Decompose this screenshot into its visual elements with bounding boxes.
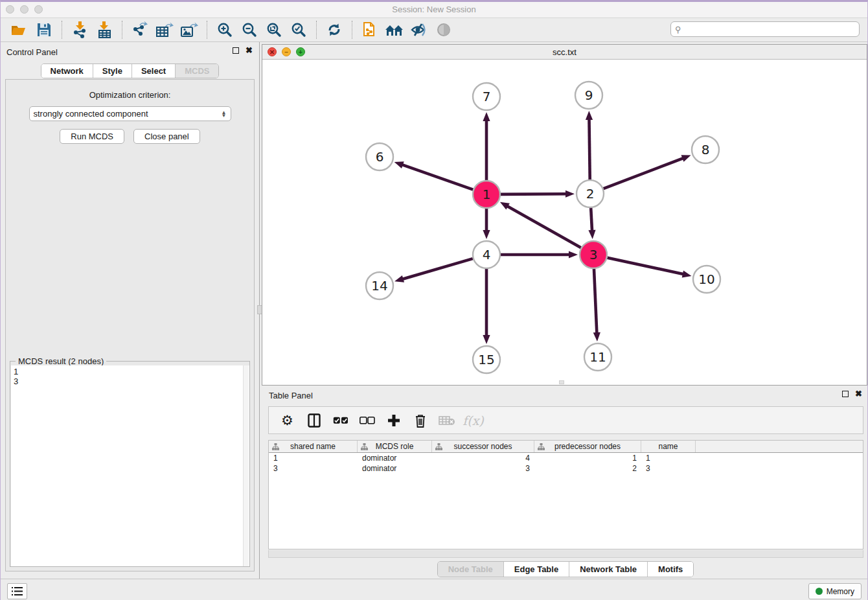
column-header-successor-nodes[interactable]: successor nodes (432, 441, 534, 452)
edge-arrowhead (682, 270, 692, 277)
main-toolbar: ⚲ (1, 18, 867, 42)
network-view-window: ✕ – + scc.txt 7968124314101511 (262, 44, 867, 386)
edge-arrowhead (483, 335, 490, 344)
graph-edge-1-2[interactable] (501, 194, 567, 194)
mcds-panel: Optimization criterion: strongly connect… (5, 79, 255, 571)
cell-successor-nodes[interactable]: 3 (432, 463, 534, 474)
network-window-title: scc.txt (262, 47, 867, 57)
export-network-icon[interactable] (128, 20, 152, 40)
first-neighbors-icon[interactable] (382, 20, 407, 40)
canvas-resize-grip[interactable] (559, 380, 564, 384)
graph-edge-3-11[interactable] (594, 269, 597, 334)
graph-edge-3-1[interactable] (507, 206, 580, 248)
graph-node-label: 1 (483, 187, 491, 202)
float-table-panel-icon[interactable] (842, 391, 849, 397)
graph-edge-4-14[interactable] (402, 259, 473, 279)
result-scrollbar[interactable] (243, 365, 249, 566)
gear-icon[interactable]: ⚙ (275, 410, 299, 431)
title-bar: Session: New Session (1, 2, 867, 18)
edge-arrowhead (565, 190, 575, 198)
cell-name[interactable]: 1 (641, 453, 696, 463)
graph-edge-1-6[interactable] (402, 165, 473, 190)
delete-column-icon[interactable] (408, 410, 432, 431)
cell-predecessor-nodes[interactable]: 2 (534, 463, 641, 474)
memory-label: Memory (827, 587, 854, 596)
export-table-icon[interactable] (152, 20, 177, 40)
network-window-titlebar[interactable]: ✕ – + scc.txt (262, 45, 867, 60)
edge-arrowhead (500, 202, 510, 210)
edge-arrowhead (588, 230, 595, 239)
edge-arrowhead (394, 161, 404, 168)
criterion-select[interactable]: strongly connected component ▲▼ (29, 106, 231, 121)
column-header-predecessor-nodes[interactable]: predecessor nodes (534, 441, 641, 452)
tab-network-table[interactable]: Network Table (569, 562, 648, 577)
task-history-button[interactable] (7, 583, 27, 599)
table-toolbar: ⚙ f(x) (268, 406, 863, 434)
deselect-all-checkboxes-icon[interactable] (355, 410, 379, 431)
graph-node-label: 11 (589, 349, 606, 365)
column-header-shared-name[interactable]: shared name (269, 441, 358, 452)
select-all-checkboxes-icon[interactable] (328, 410, 352, 431)
column-header-name[interactable]: name (641, 441, 696, 452)
close-panel-button[interactable]: Close panel (133, 129, 200, 144)
duplicate-network-icon[interactable] (358, 20, 382, 40)
refresh-icon[interactable] (322, 20, 347, 40)
graph-edge-3-10[interactable] (607, 258, 683, 275)
memory-button[interactable]: Memory (808, 583, 862, 599)
tab-edge-table[interactable]: Edge Table (504, 562, 569, 577)
cell-successor-nodes[interactable]: 4 (432, 453, 534, 463)
add-column-icon[interactable] (382, 410, 405, 431)
mcds-result-text[interactable]: 1 3 (11, 365, 249, 566)
import-network-icon[interactable] (67, 20, 92, 40)
graph-edge-2-3[interactable] (591, 208, 592, 231)
column-header-MCDS-role[interactable]: MCDS role (358, 441, 432, 452)
open-session-icon[interactable] (7, 20, 32, 40)
status-bar: Memory (1, 579, 867, 600)
import-table-icon[interactable] (92, 20, 117, 40)
column-layout-icon[interactable] (302, 410, 326, 431)
cell-shared-name[interactable]: 1 (269, 453, 358, 463)
tab-mcds[interactable]: MCDS (176, 64, 218, 78)
zoom-selected-icon[interactable] (286, 20, 311, 40)
tab-style[interactable]: Style (93, 64, 132, 78)
edge-arrowhead (593, 332, 600, 341)
close-table-panel-icon[interactable]: ✖ (855, 391, 862, 397)
graph-edge-2-9[interactable] (589, 119, 589, 179)
float-panel-icon[interactable] (233, 47, 239, 54)
cell-predecessor-nodes[interactable]: 1 (534, 453, 641, 463)
apply-function-icon: f(x) (461, 410, 485, 431)
cell-MCDS-role[interactable]: dominator (358, 463, 432, 474)
delete-table-icon (435, 410, 459, 431)
network-canvas[interactable]: 7968124314101511 (262, 60, 867, 383)
tab-motifs[interactable]: Motifs (648, 562, 693, 577)
export-image-icon[interactable] (177, 20, 201, 40)
table-panel: Table Panel ✖ ⚙ (262, 387, 868, 579)
tab-select[interactable]: Select (132, 64, 176, 78)
show-graphics-details-icon[interactable] (431, 20, 456, 40)
tab-network[interactable]: Network (41, 64, 93, 78)
mcds-result-title: MCDS result (2 nodes) (16, 356, 106, 366)
control-panel-header: Control Panel ✖ (1, 42, 259, 62)
close-panel-icon[interactable]: ✖ (246, 47, 253, 54)
node-table: shared nameMCDS rolesuccessor nodesprede… (268, 440, 863, 549)
graph-node-label: 7 (483, 89, 491, 104)
table-row[interactable]: 1dominator411 (269, 453, 863, 463)
search-field[interactable]: ⚲ (670, 21, 860, 37)
graph-edge-2-8[interactable] (604, 158, 684, 189)
hide-selected-icon[interactable] (407, 20, 431, 40)
cell-shared-name[interactable]: 3 (269, 463, 358, 474)
zoom-in-icon[interactable] (212, 20, 237, 40)
zoom-out-icon[interactable] (237, 20, 262, 40)
search-input[interactable] (684, 25, 855, 34)
cell-name[interactable]: 3 (641, 463, 696, 474)
save-session-icon[interactable] (32, 20, 56, 40)
control-panel-tabs: NetworkStyleSelectMCDS (1, 63, 259, 78)
control-panel: Control Panel ✖ NetworkStyleSelectMCDS O… (1, 42, 260, 579)
cell-MCDS-role[interactable]: dominator (358, 453, 432, 463)
table-bottom-strip (268, 550, 863, 558)
run-mcds-button[interactable]: Run MCDS (60, 129, 124, 144)
window-title: Session: New Session (1, 5, 867, 14)
tab-node-table[interactable]: Node Table (438, 562, 504, 577)
table-row[interactable]: 3dominator323 (269, 463, 863, 474)
zoom-fit-icon[interactable] (262, 20, 286, 40)
